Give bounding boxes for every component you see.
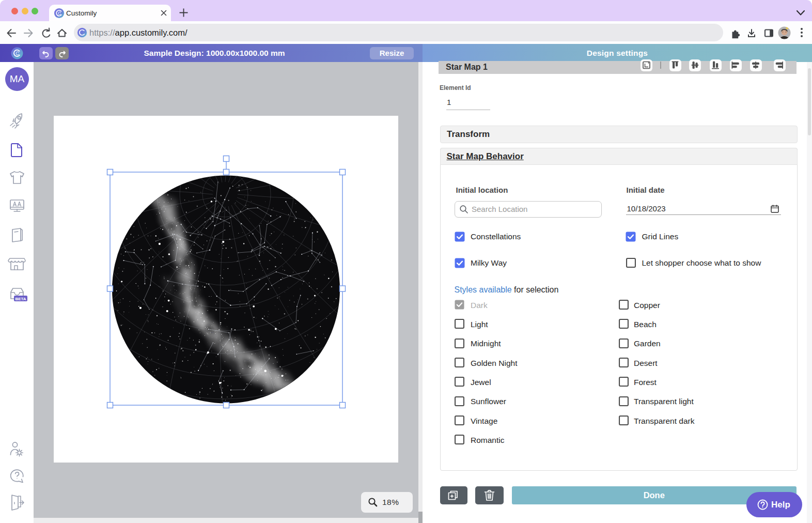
svg-text:BETA: BETA <box>15 297 26 301</box>
